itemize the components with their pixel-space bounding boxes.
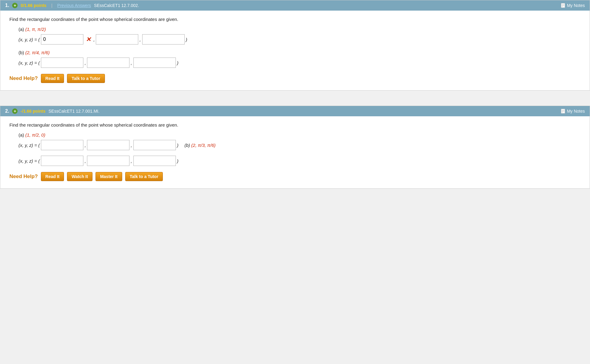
header-left-2: 2. + -/1.66 points SEssCalcET1 12.7.001.… xyxy=(5,108,99,114)
q2-part-b-inputs: (x, y, z) = ( , , ) xyxy=(18,156,581,166)
statement-2: Find the rectangular coordinates of the … xyxy=(9,122,581,127)
points-2: -/1.66 points xyxy=(21,109,45,114)
notes-icon-2 xyxy=(561,109,565,114)
q2-read-it-btn[interactable]: Read It xyxy=(41,172,64,181)
plus-icon-1: + xyxy=(12,3,18,8)
q2-watch-it-btn[interactable]: Watch It xyxy=(67,172,92,181)
q2-part-a-label: (a) (1, π/2, 0) xyxy=(18,132,581,137)
notes-icon-1 xyxy=(561,3,565,8)
plus-icon-2: + xyxy=(12,108,18,114)
q2-a-y-input[interactable] xyxy=(87,140,129,150)
q1-b-z-input[interactable] xyxy=(133,58,176,68)
q2-b-y-input[interactable] xyxy=(87,156,129,166)
q1-a-x-wrong: ✕ xyxy=(86,36,91,43)
q2-master-it-btn[interactable]: Master It xyxy=(96,172,122,181)
q1-talk-tutor-btn[interactable]: Talk to a Tutor xyxy=(67,74,105,83)
spacer xyxy=(0,100,590,106)
header-left-1: 1. + 0/1.66 points | Previous Answers SE… xyxy=(5,3,139,8)
q2-a-z-input[interactable] xyxy=(133,140,176,150)
q1-read-it-btn[interactable]: Read It xyxy=(41,74,64,83)
problem-id-2: SEssCalcET1 12.7.001.MI. xyxy=(49,109,99,114)
q2-b-x-input[interactable] xyxy=(41,156,83,166)
prev-answers-1[interactable]: Previous Answers xyxy=(57,3,91,8)
q1-part-b: (b) (2, π/4, π/6) (x, y, z) = ( , , ) xyxy=(9,50,581,68)
question-number-1: 1. xyxy=(5,3,9,8)
q1-b-y-input[interactable] xyxy=(87,58,129,68)
separator-1: | xyxy=(51,3,52,8)
q2-part-a: (a) (1, π/2, 0) (x, y, z) = ( , , ) (b) … xyxy=(9,132,581,150)
q1-a-y-input[interactable] xyxy=(96,34,138,45)
statement-1: Find the rectangular coordinates of the … xyxy=(9,17,581,22)
question-2-body: Find the rectangular coordinates of the … xyxy=(0,116,590,188)
my-notes-label-2: My Notes xyxy=(567,109,585,114)
q2-part-b: (x, y, z) = ( , , ) xyxy=(9,156,581,166)
points-1: 0/1.66 points xyxy=(21,3,46,8)
q2-b-z-input[interactable] xyxy=(133,156,176,166)
q1-a-x-input[interactable] xyxy=(41,34,83,45)
q1-part-b-label: (b) (2, π/4, π/6) xyxy=(18,50,581,55)
q1-need-help: Need Help? Read It Talk to a Tutor xyxy=(9,74,581,83)
question-1: 1. + 0/1.66 points | Previous Answers SE… xyxy=(0,0,590,91)
q2-talk-tutor-btn[interactable]: Talk to a Tutor xyxy=(125,172,163,181)
q1-need-help-label: Need Help? xyxy=(9,75,38,81)
question-1-header: 1. + 0/1.66 points | Previous Answers SE… xyxy=(0,0,590,11)
q1-a-z-input[interactable] xyxy=(142,34,185,45)
q2-need-help: Need Help? Read It Watch It Master It Ta… xyxy=(9,172,581,181)
question-2-header: 2. + -/1.66 points SEssCalcET1 12.7.001.… xyxy=(0,106,590,116)
question-1-body: Find the rectangular coordinates of the … xyxy=(0,11,590,90)
q2-need-help-label: Need Help? xyxy=(9,174,38,180)
problem-id-1: SEssCalcET1 12.7.002. xyxy=(94,3,139,8)
q2-a-x-input[interactable] xyxy=(41,140,83,150)
my-notes-2[interactable]: My Notes xyxy=(561,109,585,114)
q1-part-a-label: (a) (1, π, π/2) xyxy=(18,27,581,32)
q1-part-a: (a) (1, π, π/2) (x, y, z) = ( ✕ , , ) xyxy=(9,27,581,45)
question-2: 2. + -/1.66 points SEssCalcET1 12.7.001.… xyxy=(0,106,590,189)
q1-part-b-inputs: (x, y, z) = ( , , ) xyxy=(18,58,581,68)
q2-part-a-inputs: (x, y, z) = ( , , ) (b) (2, π/3, π/6) xyxy=(18,140,581,150)
question-number-2: 2. xyxy=(5,108,9,114)
my-notes-1[interactable]: My Notes xyxy=(561,3,585,8)
page-wrapper: 1. + 0/1.66 points | Previous Answers SE… xyxy=(0,0,590,189)
q1-b-x-input[interactable] xyxy=(41,58,83,68)
my-notes-label-1: My Notes xyxy=(567,3,585,8)
q1-part-a-inputs: (x, y, z) = ( ✕ , , ) xyxy=(18,34,581,45)
